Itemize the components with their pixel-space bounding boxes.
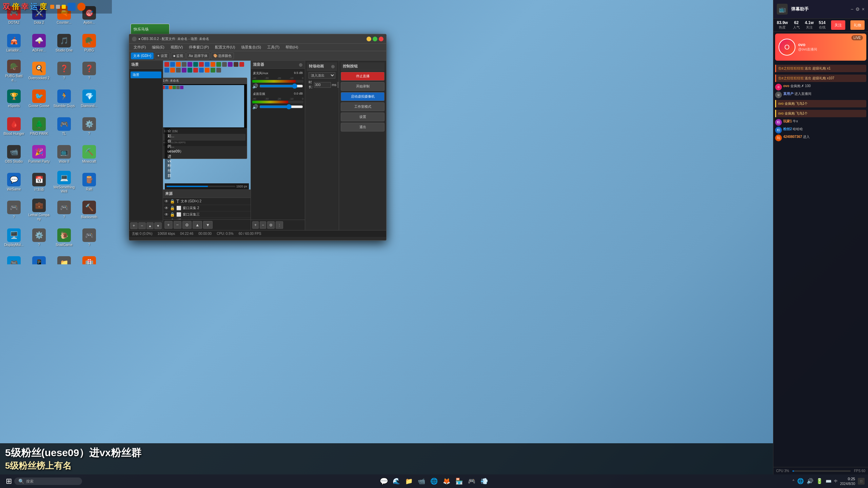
taskbar-app-wechat[interactable]: 💬 (378, 476, 389, 487)
obs-menu-help[interactable]: 帮助(H) (283, 44, 301, 50)
scenes-list[interactable]: 场景 (129, 70, 163, 221)
obs-menu-edit[interactable]: 编辑(E) (149, 44, 167, 50)
audio-desktop-mute-icon[interactable]: 🔊 (252, 104, 258, 109)
obs-menu-docks[interactable]: 停事窗口(P) (186, 44, 212, 50)
audio-more-options-btn[interactable]: ⋮ (276, 221, 283, 229)
desktop-icon-26[interactable]: 💻 WeSomethingWell (52, 168, 76, 196)
obs-font-btn[interactable]: Aa 选择字体 (186, 53, 210, 59)
obs-menu-view[interactable]: 视图(V) (168, 44, 186, 50)
audio-add-btn[interactable]: + (252, 221, 259, 229)
obs-start-record-btn[interactable]: 开始录制 (341, 82, 384, 91)
desktop-icon-31[interactable]: 🔨 Blacksmith (77, 196, 101, 223)
desktop-icon-25[interactable]: 📅 计划器 (27, 168, 51, 196)
transition-duration-input[interactable] (314, 82, 331, 88)
desktop-icon-21[interactable]: 🎉 Pummel Party (27, 141, 51, 168)
scene-item-default[interactable]: 场景 (131, 72, 161, 78)
follow-btn[interactable]: 关注 (831, 20, 845, 30)
tray-arrow[interactable]: ^ (793, 479, 794, 483)
panel-close-icon[interactable]: × (862, 6, 865, 12)
audio-mic-mute-icon[interactable]: 🔊 (252, 83, 258, 89)
source-lock-icon-2[interactable]: 🔒 (170, 206, 175, 210)
desktop-icon-19[interactable]: ⚙️ ? (77, 113, 101, 140)
desktop-icon-20[interactable]: 📹 OBS Studio (2, 141, 26, 168)
desktop-icon-4[interactable]: 🎪 Lariador... (2, 29, 26, 57)
desktop-icon-32[interactable]: 🖥️ DisplayMul... (2, 224, 26, 251)
desktop-icon-36[interactable]: 🎮 WeGames (2, 252, 26, 264)
source-window-capture3[interactable]: 👁 🔒 ⬜ 窗口采集三 (163, 211, 251, 218)
obs-menu-tools[interactable]: 工具(T) (264, 44, 282, 50)
audio-remove-btn[interactable]: − (260, 221, 266, 229)
tray-network-icon[interactable]: 🌐 (797, 478, 804, 484)
obs-menu-scenes[interactable]: 场景集合(S) (238, 44, 264, 50)
sources-up-btn[interactable]: ▲ (193, 221, 202, 229)
taskbar-app-wegame[interactable]: 🎮 (466, 476, 477, 487)
source-eye-icon-2[interactable]: 👁 (164, 206, 169, 210)
audio-panel-expand-icon[interactable]: ⊕ (299, 62, 303, 67)
desktop-icon-17[interactable]: 🌲 PINO PARK (27, 113, 51, 140)
source-lock-icon-3[interactable]: 🔒 (170, 212, 175, 217)
sources-settings-btn[interactable]: ⚙ (182, 221, 192, 229)
taskbar-app-fileexplorer[interactable]: 📁 (403, 476, 414, 487)
obs-color-btn[interactable]: 🎨 选择颜色 (211, 53, 234, 59)
desktop-icon-29[interactable]: 💼 Lethal Company (27, 196, 51, 223)
source-window-capture2[interactable]: 👁 🔒 ⬜ 窗口采集 2 (163, 205, 251, 211)
desktop-icon-14[interactable]: 🏃 Stumble Guys (52, 85, 76, 112)
desktop-icon-5[interactable]: 🌩️ ADFire... (27, 29, 51, 57)
desktop-icon-6[interactable]: 🎵 Studio One (52, 29, 76, 57)
desktop-icon-28[interactable]: 🎮 ? (2, 196, 26, 223)
desktop-icon-13[interactable]: 🐦 Goose Goose (27, 85, 51, 112)
desktop-icon-18[interactable]: 🎮 TL (52, 113, 76, 140)
obs-menu-profile[interactable]: 配置文件(U) (212, 44, 238, 50)
source-eye-icon-3[interactable]: 👁 (164, 212, 169, 217)
desktop-icon-16[interactable]: 🩸 Blood Hunger (2, 113, 26, 140)
desktop-icon-22[interactable]: 📺 Wide II (52, 141, 76, 168)
sources-list[interactable]: 👁 🔒 T 文本 (GDI+) 2 👁 🔒 ⬜ 窗口采集 2 � (163, 198, 251, 219)
desktop-icon-39[interactable]: 🏥 HospitalAll... (77, 252, 101, 264)
sources-remove-btn[interactable]: − (174, 221, 182, 229)
taskbar-app-store[interactable]: 🏪 (454, 476, 465, 487)
tray-lang-icon[interactable]: 中 (834, 479, 837, 484)
tray-keyboard-icon[interactable]: ⌨️ (826, 479, 831, 484)
taskbar-clock[interactable]: 0:25 2024/8/30 (840, 476, 855, 486)
desktop-icon-30[interactable]: 🎮 ? (52, 196, 76, 223)
source-text-gdip2[interactable]: 👁 🔒 T 文本 (GDI+) 2 (163, 198, 251, 205)
taskbar-search[interactable]: 🔍 搜索 (14, 477, 82, 485)
gift-btn[interactable]: 礼物 (850, 20, 865, 30)
desktop-icon-27[interactable]: 🪵 Raft (77, 168, 101, 196)
taskbar-app-steam[interactable]: 💨 (479, 476, 490, 487)
sources-add-btn[interactable]: + (164, 221, 173, 229)
source-lock-icon[interactable]: 🔒 (170, 199, 175, 204)
panel-minimize-icon[interactable]: − (851, 6, 853, 12)
tray-volume-icon[interactable]: 🔊 (807, 478, 813, 484)
desktop-icon-38[interactable]: 📁 ? (52, 252, 76, 264)
scenes-add-btn[interactable]: + (130, 222, 138, 229)
transition-expand-icon[interactable]: ⊕ (331, 64, 335, 69)
obs-settings-btn-toolbar[interactable]: ✦ 设置 (155, 53, 170, 59)
obs-virtual-camera-btn[interactable]: 启动虚拟摄像机 (341, 92, 384, 101)
taskbar-app-firefox[interactable]: 🦊 (441, 476, 452, 487)
desktop-icon-37[interactable]: 📱 QASW... (27, 252, 51, 264)
obs-stop-stream-btn[interactable]: 停止直播 (341, 72, 384, 81)
scenes-down-btn[interactable]: ▼ (154, 222, 162, 229)
tray-battery-icon[interactable]: 🔋 (816, 478, 823, 484)
desktop-icon-10[interactable]: ❓ ? (52, 57, 76, 84)
source-eye-icon[interactable]: 👁 (164, 199, 169, 204)
desktop-icon-24[interactable]: 💬 WeSame (2, 168, 26, 196)
desktop-icon-8[interactable]: 🪖 PUBG Battle... (2, 57, 26, 84)
obs-minimize-btn[interactable]: − (367, 37, 371, 41)
audio-mic-slider[interactable] (259, 85, 303, 87)
start-button[interactable]: ⊞ (3, 476, 14, 487)
obs-studio-mode-btn[interactable]: 工作室模式 (341, 102, 384, 111)
desktop-icon-35[interactable]: 🎮 ? (77, 224, 101, 251)
sources-down-btn[interactable]: ▼ (203, 221, 213, 229)
audio-desktop-slider[interactable] (259, 105, 303, 108)
obs-window[interactable]: ● OBS 30.0.2 - 配置文件: 未命名 - 场景: 未命名 − + ×… (129, 34, 387, 241)
scenes-remove-btn[interactable]: − (138, 222, 146, 229)
desktop-icon-33[interactable]: ⚙️ ? (27, 224, 51, 251)
taskbar-app-obs[interactable]: 📹 (416, 476, 427, 487)
desktop-icon-9[interactable]: 🍳 Overcooked 2 (27, 57, 51, 84)
desktop-icon-23[interactable]: ⛏️ Minecraft (77, 141, 101, 168)
notification-center-btn[interactable]: □ (858, 478, 865, 485)
desktop-icon-11[interactable]: ❓ ? (77, 57, 101, 84)
desktop-icon-15[interactable]: 💎 Diamond... (77, 85, 101, 112)
